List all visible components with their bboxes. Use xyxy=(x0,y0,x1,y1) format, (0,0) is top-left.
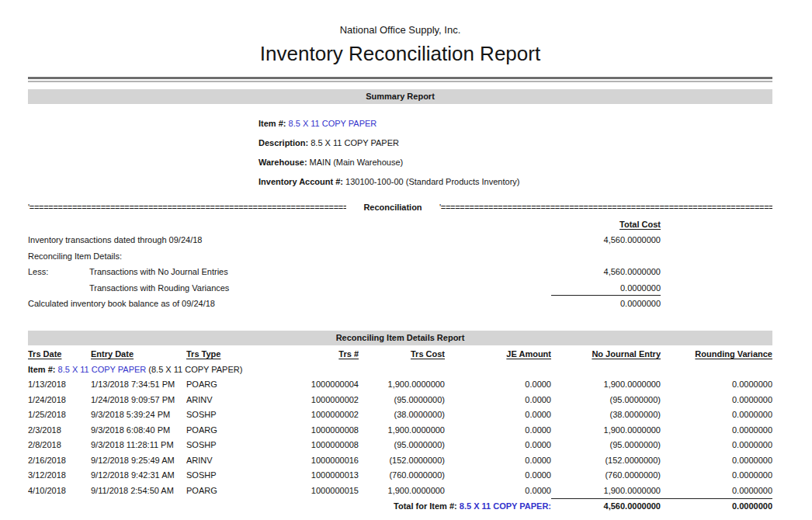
recon-row-label: Inventory transactions dated through 09/… xyxy=(28,232,202,248)
cell-rounding-variance: 0.0000000 xyxy=(661,438,772,453)
warehouse-label: Warehouse: xyxy=(259,158,307,167)
cell-trs-number: 1000000013 xyxy=(268,468,359,484)
rule-top xyxy=(28,77,772,79)
cell-no-journal-entry: 1,900.0000000 xyxy=(551,483,661,498)
cell-trs-date: 1/13/2018 xyxy=(28,377,91,393)
cell-je-amount: 0.0000 xyxy=(445,422,551,438)
col-header-trs-number: Trs # xyxy=(268,347,359,362)
cell-rounding-variance: 0.0000000 xyxy=(661,468,772,484)
cell-je-amount: 0.0000 xyxy=(445,438,551,453)
report-content: National Office Supply, Inc. Inventory R… xyxy=(28,0,772,514)
recon-row-value: 0.0000000 xyxy=(551,280,661,296)
table-row: 1/13/2018 1/13/2018 7:34:51 PM POARG 100… xyxy=(28,377,772,393)
cell-entry-date: 9/3/2018 5:39:24 PM xyxy=(91,407,186,423)
col-header-trs-type: Trs Type xyxy=(186,347,268,362)
cell-trs-number: 1000000008 xyxy=(268,438,359,453)
group-item-link[interactable]: 8.5 X 11 COPY PAPER xyxy=(58,365,147,374)
reconciliation-title: Reconciliation xyxy=(346,201,439,213)
cell-entry-date: 9/3/2018 11:28:11 PM xyxy=(91,438,186,453)
total-rounding-variance: 0.0000000 xyxy=(661,498,772,514)
recon-row-value: 0.0000000 xyxy=(551,296,661,312)
col-header-trs-cost: Trs Cost xyxy=(359,347,445,362)
inventory-account-value: 130100-100-00 (Standard Products Invento… xyxy=(345,177,519,186)
col-header-trs-date: Trs Date xyxy=(28,347,91,362)
recon-row-label: Transactions with No Journal Entries xyxy=(89,264,228,280)
cell-rounding-variance: 0.0000000 xyxy=(661,483,772,498)
table-row: 2/16/2018 9/12/2018 9:25:49 AM ARINV 100… xyxy=(28,452,772,468)
table-row: 1/24/2018 1/24/2018 9:09:57 PM ARINV 100… xyxy=(28,392,772,407)
cell-trs-number: 1000000008 xyxy=(268,422,359,438)
header-double-rule xyxy=(28,77,772,82)
cell-trs-type: POARG xyxy=(186,422,268,438)
recon-row-rounding-variances: Transactions with Rouding Variances 0.00… xyxy=(28,280,772,296)
cell-trs-date: 2/16/2018 xyxy=(28,452,91,468)
cell-trs-date: 2/3/2018 xyxy=(28,422,91,438)
cell-trs-number: 1000000002 xyxy=(268,407,359,423)
cell-rounding-variance: 0.0000000 xyxy=(661,392,772,407)
item-number-label: Item #: xyxy=(259,119,286,128)
table-row: 4/10/2018 9/11/2018 2:54:50 AM POARG 100… xyxy=(28,483,772,498)
table-row: 2/8/2018 9/3/2018 11:28:11 PM SOSHP 1000… xyxy=(28,438,772,453)
cell-trs-type: POARG xyxy=(186,377,268,393)
recon-row-label: Reconciling Item Details: xyxy=(28,248,122,265)
less-prefix: Less: xyxy=(28,264,48,280)
cell-trs-cost: (38.0000000) xyxy=(359,407,445,423)
details-table: Trs Date Entry Date Trs Type Trs # Trs C… xyxy=(28,347,772,515)
inventory-account-label: Inventory Account #: xyxy=(259,177,343,186)
cell-je-amount: 0.0000 xyxy=(445,483,551,498)
total-for-item-label: Total for Item #: xyxy=(394,501,457,511)
cell-trs-date: 1/24/2018 xyxy=(28,392,91,407)
total-item-link[interactable]: 8.5 X 11 COPY PAPER: xyxy=(460,501,551,511)
cell-trs-number: 1000000004 xyxy=(268,377,359,393)
cell-rounding-variance: 0.0000000 xyxy=(661,452,772,468)
rule-bottom xyxy=(28,81,772,82)
table-row: 1/25/2018 9/3/2018 5:39:24 PM SOSHP 1000… xyxy=(28,407,772,423)
col-header-je-amount: JE Amount xyxy=(445,347,551,362)
cell-no-journal-entry: (95.0000000) xyxy=(551,438,661,453)
summary-section-bar: Summary Report xyxy=(28,89,772,104)
cell-trs-type: POARG xyxy=(186,483,268,498)
cell-trs-cost: (152.0000000) xyxy=(359,452,445,468)
amount-header-row: Total Cost xyxy=(28,218,772,231)
total-cost-column-header: Total Cost xyxy=(551,218,661,231)
cell-trs-type: ARINV xyxy=(186,392,268,407)
recon-row-item-details-heading: Reconciling Item Details: xyxy=(28,248,772,265)
item-number-link[interactable]: 8.5 X 11 COPY PAPER xyxy=(289,119,377,128)
details-header-row: Trs Date Entry Date Trs Type Trs # Trs C… xyxy=(28,347,772,362)
total-row: Total for Item #: 8.5 X 11 COPY PAPER: 4… xyxy=(28,498,772,514)
report-title: Inventory Reconciliation Report xyxy=(28,41,772,66)
total-no-journal-entry: 4,560.0000000 xyxy=(551,498,661,514)
cell-no-journal-entry: (95.0000000) xyxy=(551,392,661,407)
total-label-cell: Total for Item #: 8.5 X 11 COPY PAPER: xyxy=(28,498,551,514)
recon-row-no-journal-entries: Less: Transactions with No Journal Entri… xyxy=(28,264,772,280)
cell-no-journal-entry: 1,900.0000000 xyxy=(551,377,661,393)
field-item-number: Item #: 8.5 X 11 COPY PAPER xyxy=(259,114,772,133)
cell-trs-cost: (95.0000000) xyxy=(359,392,445,407)
col-header-no-journal-entry: No Journal Entry xyxy=(551,347,661,362)
cell-rounding-variance: 0.0000000 xyxy=(661,407,772,423)
cell-rounding-variance: 0.0000000 xyxy=(661,377,772,393)
reconciliation-rows: Inventory transactions dated through 09/… xyxy=(28,232,772,312)
cell-entry-date: 9/12/2018 9:25:49 AM xyxy=(91,452,186,468)
cell-trs-number: 1000000016 xyxy=(268,452,359,468)
cell-trs-cost: 1,900.0000000 xyxy=(359,377,445,393)
cell-je-amount: 0.0000 xyxy=(445,452,551,468)
cell-no-journal-entry: (38.0000000) xyxy=(551,407,661,423)
cell-entry-date: 1/13/2018 7:34:51 PM xyxy=(91,377,186,393)
cell-entry-date: 9/11/2018 2:54:50 AM xyxy=(91,483,186,498)
group-item-suffix: (8.5 X 11 COPY PAPER) xyxy=(148,365,242,374)
field-description: Description: 8.5 X 11 COPY PAPER xyxy=(259,133,772,153)
cell-trs-cost: 1,900.0000000 xyxy=(359,483,445,498)
recon-row-value: 4,560.0000000 xyxy=(551,232,661,248)
cell-trs-date: 2/8/2018 xyxy=(28,438,91,453)
recon-row-label: Transactions with Rouding Variances xyxy=(89,280,229,296)
description-value: 8.5 X 11 COPY PAPER xyxy=(311,138,399,147)
cell-rounding-variance: 0.0000000 xyxy=(661,422,772,438)
cell-trs-date: 1/25/2018 xyxy=(28,407,91,423)
field-warehouse: Warehouse: MAIN (Main Warehouse) xyxy=(259,153,772,172)
cell-trs-cost: 1,900.0000000 xyxy=(359,422,445,438)
cell-no-journal-entry: 1,900.0000000 xyxy=(551,422,661,438)
group-item-label: Item #: xyxy=(28,365,55,374)
cell-trs-type: SOSHP xyxy=(186,438,268,453)
divider-ticks-left: '=======================================… xyxy=(28,201,346,213)
